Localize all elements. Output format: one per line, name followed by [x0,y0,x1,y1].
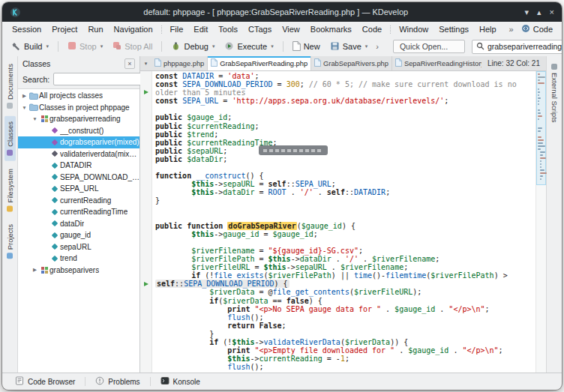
editor-tab-separiverreadinghistory-php[interactable]: SepaRiverReadingHistory.php [392,56,482,70]
code-line: const SEPA_URL = 'http://apps.sepa.org.u… [155,97,546,105]
tab-label: GrabSepaRivers.php [323,60,388,67]
tree-item-sepa-url[interactable]: SEPA_URL [18,183,140,195]
code-line: $riverFilename = "${gauge_id}-SG.csv"; [155,247,546,255]
menu-tools[interactable]: Tools [213,23,243,35]
code-line: public $gauge_id; [155,113,546,121]
save-button[interactable]: Save ▾ [326,39,373,55]
expander-icon[interactable]: ▶ [31,267,39,273]
tree-item-label: dograbsepariver(mixed) [60,138,140,146]
dropdown-arrow-icon: ▾ [365,43,368,49]
code-line: ​ [155,105,546,113]
code-line: $riverFileURL = $this->sepaURL . $riverF… [155,263,546,271]
execute-button[interactable]: Execute ▾ [220,39,278,55]
menu-settings[interactable]: Settings [434,23,474,35]
dock-tab-external-scripts[interactable]: External Scripts [549,58,560,128]
field-icon [50,233,60,238]
code-line: $this->gauge_id = $gauge_id; [155,230,546,238]
tree-item-construct[interactable]: __construct() [18,125,140,137]
tree-item-validateriverdata-mixed[interactable]: validateriverdata(mixed) [18,148,140,160]
tree-item-label: currentReadingTime [60,208,128,216]
tree-item-grabsepariverreading[interactable]: ▼grabsepariverreading [18,113,140,125]
search-input[interactable] [488,42,562,51]
toolbar: Build ▾ Stop ▾ Stop All Debug ▾ Execute … [2,37,562,56]
tree-item-currentreading[interactable]: currentReading [18,195,140,207]
tree-item-dograbsepariver-mixed[interactable]: dograbsepariver(mixed) [18,136,140,148]
search-icon [476,42,484,52]
menu-help[interactable]: Help [474,23,502,35]
expander-icon[interactable]: ▶ [20,93,28,99]
konsole-button[interactable]: Konsole [155,375,206,388]
code-line: $riverData = @file_get_contents($riverFi… [155,288,546,296]
tab-list-chevron-icon[interactable]: ▾ [140,56,152,70]
code-area[interactable]: const DATADIR = 'data';const SEPA_DOWNLO… [152,71,546,373]
dock-tab-classes[interactable]: Classes [4,116,16,161]
debug-button[interactable]: Debug ▾ [166,39,219,55]
field-icon [50,175,60,179]
quick-open-field[interactable]: Quick Open... [393,40,465,53]
tree-item-label: validateriverdata(mixed) [60,150,140,158]
build-button[interactable]: Build ▾ [7,39,53,55]
dock-tab-filesystem[interactable]: Filesystem [4,163,16,217]
maximize-icon[interactable]: ▴ [537,8,542,16]
problems-button[interactable]: Problems [90,375,145,388]
toolbar-separator [58,41,58,52]
tree-item-label: DATADIR [60,161,92,169]
folder-icon [28,103,39,111]
menu-window[interactable]: Window [394,23,434,35]
classes-panel-header: Classes × [18,56,140,71]
menu-project[interactable]: Project [46,23,82,35]
code-browser-icon [15,376,24,387]
classes-tree[interactable]: ▶All projects classes▼Classes in project… [18,88,140,373]
menubar-overflow-icon[interactable]: » [506,25,517,34]
code-corner-button[interactable]: Code [517,23,557,35]
expander-icon[interactable]: ▼ [31,116,39,121]
menu-file[interactable]: File [165,23,189,35]
menu-edit[interactable]: Edit [188,23,213,35]
tree-item-classes-in-project-phppage[interactable]: ▼Classes in project phppage [18,102,140,114]
stop-all-button[interactable]: Stop All [108,39,157,54]
expander-icon[interactable]: ▼ [20,105,28,110]
tree-item-datadir[interactable]: DATADIR [18,160,140,172]
dropdown-arrow-icon: ▾ [271,43,274,49]
left-dock-tabbar: DocumentsClassesFilesystemProjects [2,56,18,373]
editor-gutter[interactable] [140,71,152,373]
menu-ctags[interactable]: CTags [243,23,277,35]
toolbar-overflow-icon[interactable]: › [373,42,382,51]
tree-item-currentreadingtime[interactable]: currentReadingTime [18,206,140,218]
tree-item-sepa-download-period[interactable]: SEPA_DOWNLOAD_PERIOD [18,172,140,184]
panel-close-icon[interactable]: × [124,58,135,69]
wrap-indicator-icon [144,90,148,94]
minimap-scrollbar[interactable] [536,71,546,373]
tree-item-sepaurl[interactable]: sepaURL [18,241,140,253]
tree-item-all-projects-classes[interactable]: ▶All projects classes [18,90,140,102]
dock-tab-documents[interactable]: Documents [4,58,16,114]
stop-button[interactable]: Stop ▾ [63,39,107,54]
php-file-icon [314,58,321,68]
minimize-icon[interactable]: ▾ [525,8,530,16]
folder-icon [28,92,39,100]
code-browser-button[interactable]: Code Browser [10,375,80,388]
menu-view[interactable]: View [277,23,305,35]
tree-item-trend[interactable]: trend [18,253,140,265]
editor-tab-grabsepariverreading-php[interactable]: GrabSepaRiverReading.php [208,56,311,70]
problems-icon [95,376,104,387]
editor-tab-phppage-php[interactable]: phppage.php [152,56,208,70]
tree-item-grabseparivers[interactable]: ▶grabseparivers [18,265,140,277]
dock-tab-projects[interactable]: Projects [4,219,16,264]
tree-item-gauge-id[interactable]: gauge_id [18,229,140,241]
code-browser-label: Code Browser [28,378,75,386]
close-icon[interactable]: × [550,8,554,16]
code-editor[interactable]: const DATADIR = 'data';const SEPA_DOWNLO… [140,71,546,373]
menu-session[interactable]: Session [7,23,46,35]
code-line: $riverFilePath = $this->dataDir . '/' . … [155,255,546,263]
stop-all-icon [112,41,122,52]
code-line: $this->dataDir = ROOT . '/' . self::DATA… [155,188,546,196]
menu-navigation[interactable]: Navigation [109,23,158,35]
editor-tab-grabseparivers-php[interactable]: GrabSepaRivers.php [311,56,392,70]
tab-label: SepaRiverReadingHistory.php [404,60,482,67]
menu-run[interactable]: Run [82,23,108,35]
new-document-button[interactable]: New [288,39,325,55]
menu-code[interactable]: Code [357,23,387,35]
tree-item-datadir[interactable]: dataDir [18,218,140,230]
menu-bookmarks[interactable]: Bookmarks [305,23,357,35]
